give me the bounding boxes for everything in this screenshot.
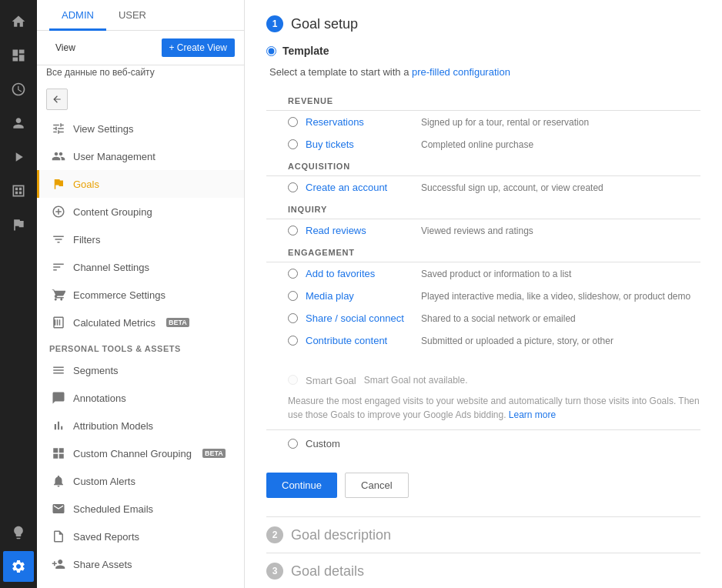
social-connect-radio[interactable] [288,313,298,323]
nav-item-share-assets[interactable]: Share Assets [37,550,244,578]
read-reviews-radio[interactable] [288,226,298,236]
create-account-desc: Successful sign up, account, or view cre… [421,182,603,193]
nav-item-saved-reports[interactable]: Saved Reports [37,523,244,550]
cart-icon [52,288,65,302]
nav-item-user-management[interactable]: User Management [37,142,244,170]
bell-icon [52,474,65,488]
metrics-icon [52,316,65,329]
sidebar-tabs: ADMIN USER [37,0,244,31]
nav-label-goals: Goals [73,179,99,190]
tab-admin[interactable]: ADMIN [49,0,106,31]
flag-icon[interactable] [3,209,34,240]
nav-label-filters: Filters [73,234,100,246]
smart-goal-row: Smart Goal Smart Goal not available. [266,367,700,394]
learn-more-link[interactable]: Learn more [509,409,556,420]
nav-item-segments[interactable]: Segments [37,356,244,384]
table-icon[interactable] [3,175,34,206]
smart-goal-unavail: Smart Goal not available. [364,375,468,386]
flag-nav-icon [52,177,65,191]
option-add-to-favorites[interactable]: Add to favorites Saved product or inform… [266,262,700,285]
nav-item-calculated-metrics[interactable]: Calculated Metrics BETA [37,309,244,336]
personal-section-header: PERSONAL TOOLS & ASSETS [37,336,244,356]
custom-channel-icon [52,446,65,460]
custom-radio[interactable] [288,439,298,449]
pre-filled-link[interactable]: pre-filled configuration [412,66,510,78]
nav-item-custom-channel-grouping[interactable]: Custom Channel Grouping BETA [37,439,244,467]
social-connect-desc: Shared to a social network or emailed [421,313,576,324]
main-content: 1 Goal setup Template Select a template … [245,0,722,588]
nav-item-attribution-models[interactable]: Attribution Models [37,412,244,439]
template-radio[interactable] [266,46,276,56]
buy-tickets-radio[interactable] [288,139,298,149]
person-icon[interactable] [3,108,34,139]
nav-label-saved-reports: Saved Reports [73,531,139,543]
beta-badge-calculated: BETA [166,318,189,327]
option-read-reviews[interactable]: Read reviews Viewed reviews and ratings [266,219,700,242]
option-buy-tickets[interactable]: Buy tickets Completed online purchase [266,133,700,155]
add-favorites-label: Add to favorites [306,268,413,279]
settings-icon [52,122,65,135]
nav-item-custom-alerts[interactable]: Custom Alerts [37,467,244,495]
add-favorites-radio[interactable] [288,269,298,279]
cancel-button[interactable]: Cancel [345,473,408,498]
option-reservations[interactable]: Reservations Signed up for a tour, renta… [266,111,700,133]
option-contribute-content[interactable]: Contribute content Submitted or uploaded… [266,329,700,352]
nav-label-custom-channel-grouping: Custom Channel Grouping [73,448,192,459]
beta-badge-custom-channel: BETA [202,449,226,458]
home-icon[interactable] [3,6,34,37]
nav-item-filters[interactable]: Filters [37,226,244,253]
step2-container: 2 Goal description [266,516,700,553]
nav-label-view-settings: View Settings [73,123,134,135]
template-desc: Select a template to start with a pre-fi… [269,66,700,78]
nav-label-user-management: User Management [73,151,155,162]
nav-item-goals[interactable]: Goals [37,170,244,198]
read-reviews-label: Read reviews [306,225,413,236]
arrow-icon[interactable] [3,142,34,172]
document-icon [52,530,65,543]
add-favorites-desc: Saved product or information to a list [421,269,571,279]
clock-icon[interactable] [3,74,34,105]
create-view-button[interactable]: + Create View [162,38,236,57]
reservations-radio[interactable] [288,117,298,127]
view-name: Все данные по веб-сайту [37,65,244,84]
nav-item-view-settings[interactable]: View Settings [37,115,244,142]
nav-label-scheduled-emails: Scheduled Emails [73,503,153,515]
nav-item-ecommerce-settings[interactable]: Ecommerce Settings [37,281,244,309]
sidebar-header: View + Create View [37,31,244,65]
step1-number: 1 [266,15,283,32]
step2-title: Goal description [291,527,391,543]
nav-item-annotations[interactable]: Annotations [37,384,244,412]
option-create-account[interactable]: Create an account Successful sign up, ac… [266,176,700,199]
social-connect-label: Share / social connect [306,312,413,324]
back-button[interactable] [46,89,68,110]
continue-button[interactable]: Continue [266,473,337,498]
category-inquiry: INQUIRY [266,199,700,219]
contribute-content-radio[interactable] [288,336,298,346]
nav-item-scheduled-emails[interactable]: Scheduled Emails [37,495,244,523]
nav-label-attribution-models: Attribution Models [73,420,153,432]
nav-item-channel-settings[interactable]: Channel Settings [37,253,244,281]
reservations-desc: Signed up for a tour, rental or reservat… [421,117,589,128]
email-icon [52,502,65,516]
nav-item-content-grouping[interactable]: Content Grouping [37,198,244,226]
gear-icon[interactable] [3,551,34,582]
nav-label-annotations: Annotations [73,393,126,404]
step3-title: Goal details [291,563,364,580]
content-icon [52,205,65,219]
template-radio-label[interactable]: Template [266,45,700,57]
custom-label: Custom [306,438,340,449]
sidebar: ADMIN USER View + Create View Все данные… [37,0,245,588]
nav-label-ecommerce-settings: Ecommerce Settings [73,289,165,301]
tab-user[interactable]: USER [106,0,159,31]
custom-option[interactable]: Custom [266,430,700,457]
dashboard-icon[interactable] [3,40,34,71]
category-acquisition: ACQUISITION [266,155,700,176]
option-media-play[interactable]: Media play Played interactive media, lik… [266,285,700,307]
create-account-radio[interactable] [288,182,298,192]
step2-number: 2 [266,526,283,543]
filter-icon [52,232,65,246]
lightbulb-icon[interactable] [3,517,34,548]
segments-icon [52,363,65,377]
option-social-connect[interactable]: Share / social connect Shared to a socia… [266,307,700,329]
media-play-radio[interactable] [288,291,298,301]
